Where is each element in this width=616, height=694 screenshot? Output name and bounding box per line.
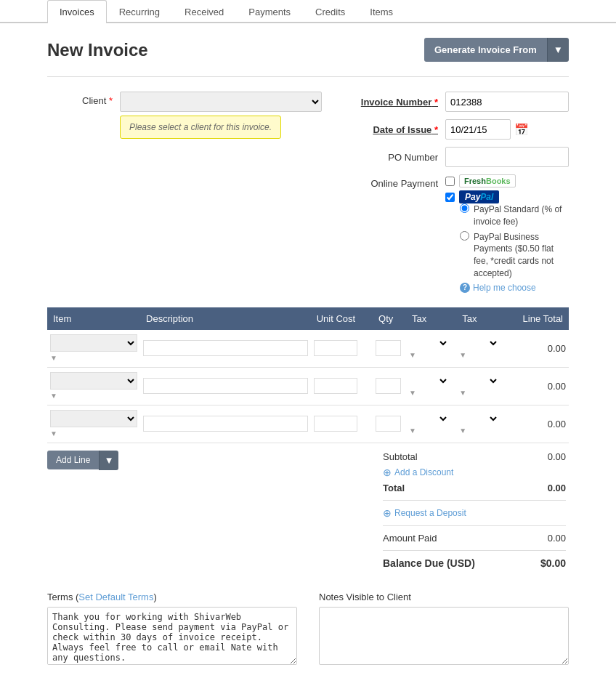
item-select-1[interactable] [50, 334, 137, 352]
notes-label: Notes Visible to Client [319, 592, 569, 602]
qty-3[interactable] [376, 416, 401, 432]
qty-2[interactable] [376, 378, 401, 394]
tax1-chevron-1: ▼ [409, 351, 416, 359]
add-line-button[interactable]: Add Line [47, 451, 99, 469]
balance-due-value: $0.00 [540, 557, 566, 569]
notes-textarea[interactable] [319, 607, 569, 665]
unit-cost-3[interactable] [314, 416, 357, 432]
table-header: Item Description Unit Cost Qty Tax Tax L… [47, 307, 569, 330]
tax1-select-1[interactable] [409, 337, 449, 349]
add-line-area: Add Line ▼ [47, 443, 380, 577]
add-line-dropdown-arrow[interactable]: ▼ [99, 451, 118, 470]
balance-due-row: Balance Due (USD) $0.00 [383, 555, 566, 571]
online-payment-section: Online Payment FreshBooks PayPal [351, 174, 569, 293]
date-input-group: 📅 [445, 119, 569, 140]
tax2-select-1[interactable] [459, 337, 499, 349]
invoice-number-label: Invoice Number * [351, 97, 445, 108]
subtotal-row: Subtotal 0.00 [383, 449, 566, 464]
generate-invoice-button[interactable]: Generate Invoice From [424, 38, 547, 62]
totals-divider-3 [383, 550, 566, 551]
date-of-issue-row: Date of Issue * 📅 [351, 119, 569, 140]
payment-options: FreshBooks PayPal PayPal Standard (% of … [445, 174, 569, 293]
item-desc-3[interactable] [143, 416, 308, 432]
help-me-choose-link[interactable]: ? Help me choose [460, 283, 569, 293]
terms-label: Terms (Set Default Terms) [47, 592, 297, 602]
paypal-checkbox[interactable] [445, 193, 455, 202]
tab-payments[interactable]: Payments [236, 0, 303, 23]
client-select[interactable] [120, 92, 322, 112]
terms-section: Terms (Set Default Terms) Thank you for … [47, 592, 297, 667]
desc-cell-2 [140, 367, 311, 405]
po-number-input-wrap [445, 147, 569, 167]
tab-received[interactable]: Received [172, 0, 236, 23]
add-line-btn-group: Add Line ▼ [47, 451, 380, 470]
tab-recurring[interactable]: Recurring [107, 0, 172, 23]
table-bottom: Add Line ▼ Subtotal 0.00 ⊕ Add a Discoun… [47, 443, 569, 577]
request-deposit-link[interactable]: ⊕ Request a Deposit [383, 507, 466, 519]
paypal-business-radio[interactable] [460, 231, 469, 241]
generate-invoice-dropdown-arrow[interactable]: ▼ [547, 38, 569, 62]
online-payment-label: Online Payment [351, 174, 445, 189]
tax2-select-2[interactable] [459, 375, 499, 387]
add-discount-link[interactable]: ⊕ Add a Discount [383, 467, 453, 478]
page-title: New Invoice [47, 40, 148, 60]
date-of-issue-input[interactable] [445, 119, 511, 140]
line-total-1: 0.00 [507, 330, 569, 368]
amount-paid-label: Amount Paid [383, 533, 437, 544]
item-desc-1[interactable] [143, 340, 308, 356]
request-deposit-text: Request a Deposit [394, 508, 466, 518]
qty-cell-2 [373, 367, 406, 405]
invoice-table-container: Item Description Unit Cost Qty Tax Tax L… [47, 307, 569, 577]
item-select-3[interactable] [50, 410, 137, 427]
freshbooks-payment-row: FreshBooks [445, 174, 569, 187]
notes-section: Notes Visible to Client [319, 592, 569, 667]
desc-cell-1 [140, 330, 311, 368]
tax1-select-2[interactable] [409, 375, 449, 387]
qty-1[interactable] [376, 340, 401, 356]
tax1-select-3[interactable] [409, 413, 449, 424]
item-chevron-3: ▼ [50, 429, 57, 437]
po-number-input[interactable] [445, 147, 569, 167]
tax1-chevron-3: ▼ [409, 427, 416, 435]
generate-invoice-btn-group: Generate Invoice From ▼ [424, 38, 569, 62]
table-row: ▼ ▼ ▼ 0.00 [47, 367, 569, 405]
tabs-nav: Invoices Recurring Received Payments Cre… [0, 0, 616, 23]
qty-cell-3 [373, 405, 406, 443]
tab-invoices[interactable]: Invoices [47, 0, 107, 23]
col-item: Item [47, 307, 140, 330]
col-line-total: Line Total [507, 307, 569, 330]
add-discount-text: Add a Discount [394, 467, 453, 477]
col-tax1: Tax [406, 307, 456, 330]
paypal-logo: PayPal [459, 190, 499, 203]
tab-credits[interactable]: Credits [303, 0, 357, 23]
line-total-3: 0.00 [507, 405, 569, 443]
col-description: Description [140, 307, 311, 330]
paypal-standard-radio[interactable] [460, 203, 469, 213]
paypal-standard-label: PayPal Standard (% of invoice fee) [474, 203, 569, 228]
header-divider [47, 76, 569, 77]
unit-cost-2[interactable] [314, 378, 357, 394]
invoice-number-row: Invoice Number * [351, 92, 569, 112]
set-default-terms-link[interactable]: Set Default Terms [78, 592, 153, 602]
tax2-cell-2: ▼ [456, 367, 506, 405]
item-select-2[interactable] [50, 372, 137, 390]
unit-cost-cell-3 [311, 405, 373, 443]
tax2-select-3[interactable] [459, 413, 499, 424]
tax1-cell-3: ▼ [406, 405, 456, 443]
header-row: New Invoice Generate Invoice From ▼ [47, 38, 569, 62]
freshbooks-checkbox[interactable] [445, 177, 455, 186]
calendar-icon[interactable]: 📅 [514, 123, 529, 137]
form-area: Client * Please select a client for this… [47, 92, 569, 293]
tab-items[interactable]: Items [357, 0, 405, 23]
unit-cost-1[interactable] [314, 340, 357, 356]
po-number-label: PO Number [351, 152, 445, 163]
terms-textarea[interactable]: Thank you for working with ShivarWeb Con… [47, 607, 297, 665]
client-field-row: Client * Please select a client for this… [47, 92, 322, 139]
tax2-chevron-2: ▼ [459, 389, 466, 397]
po-number-row: PO Number [351, 147, 569, 167]
item-cell-3: ▼ [47, 405, 140, 443]
paypal-payment-row: PayPal [445, 190, 569, 203]
client-tooltip: Please select a client for this invoice. [120, 116, 281, 139]
invoice-number-input[interactable] [445, 92, 569, 112]
item-desc-2[interactable] [143, 378, 308, 394]
